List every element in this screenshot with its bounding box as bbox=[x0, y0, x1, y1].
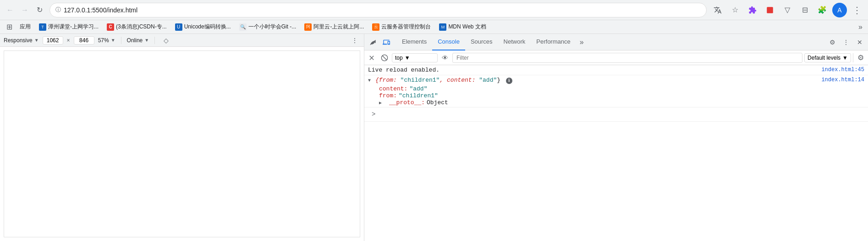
dimension-separator: × bbox=[67, 37, 70, 44]
bookmark-favicon: T bbox=[39, 23, 46, 31]
ban-icon-button[interactable] bbox=[379, 52, 390, 63]
more-bookmarks-button[interactable]: » bbox=[857, 22, 864, 32]
content-key: content: bbox=[379, 85, 407, 92]
webpage-frame bbox=[0, 47, 364, 241]
obj-info-icon[interactable]: ℹ bbox=[506, 78, 512, 84]
content-val: "add" bbox=[409, 85, 427, 92]
expand-arrow[interactable] bbox=[368, 77, 375, 84]
context-dropdown-arrow: ▼ bbox=[405, 55, 410, 61]
level-dropdown-arrow: ▼ bbox=[842, 55, 848, 61]
obj-content-line: content: "add" bbox=[379, 85, 868, 92]
bookmark-label: 一个小时学会Git -... bbox=[248, 23, 297, 31]
forward-button[interactable]: → bbox=[18, 4, 31, 17]
extension2-button[interactable] bbox=[763, 3, 777, 17]
device-dropdown-arrow: ▼ bbox=[34, 38, 39, 43]
toolbar-divider bbox=[853, 53, 853, 62]
bookmark-tanzhouketang[interactable]: T 潭州课堂-上网学习... bbox=[35, 22, 102, 32]
devtools-more-button[interactable]: ⋮ bbox=[840, 36, 852, 49]
network-dropdown-arrow: ▼ bbox=[144, 38, 149, 43]
back-button[interactable]: ← bbox=[4, 4, 16, 17]
context-selector[interactable]: top ▼ bbox=[392, 53, 438, 62]
bookmark-unicode[interactable]: U Unicode编码转换... bbox=[171, 22, 235, 32]
chrome-menu-button[interactable]: ⋮ bbox=[850, 3, 864, 17]
webpage-content bbox=[4, 50, 360, 237]
proto-expand-arrow[interactable] bbox=[379, 99, 386, 106]
obj-key-content: , content: bbox=[439, 77, 479, 84]
devtools-panel: Elements Console Sources Network Perform… bbox=[364, 34, 868, 241]
device-select[interactable]: Responsive ▼ bbox=[4, 37, 39, 44]
toolbar-more-button[interactable]: ⋮ bbox=[349, 35, 360, 46]
obj-file-link[interactable]: index.html:14 bbox=[821, 77, 864, 83]
device-label: Responsive bbox=[4, 37, 33, 44]
devtools-close-button[interactable]: ✕ bbox=[853, 36, 866, 49]
zoom-select[interactable]: 57% ▼ bbox=[98, 37, 115, 44]
object-expanded-properties: content: "add" from: "children1" __proto… bbox=[364, 85, 868, 107]
console-prompt-line: > bbox=[364, 107, 868, 122]
bookmarks-bar: ⊞ 应用 T 潭州课堂-上网学习... C (3条消息)CSDN-专... U … bbox=[0, 20, 868, 34]
object-root-line: {from: "children1", content: "add"} ℹ bbox=[368, 77, 818, 84]
devtools-settings-button[interactable]: ⚙ bbox=[826, 36, 839, 49]
profile-button[interactable]: A bbox=[832, 3, 847, 17]
translate-button[interactable] bbox=[710, 3, 725, 17]
inspect-element-button[interactable] bbox=[366, 36, 379, 49]
console-prompt-symbol[interactable]: > bbox=[368, 109, 379, 120]
bookmark-favicon: M bbox=[439, 23, 446, 31]
address-bar[interactable]: ⓘ 127.0.0.1:5500/index.html bbox=[49, 3, 707, 17]
obj-val-add-1: "add" bbox=[479, 77, 497, 84]
log-level-selector[interactable]: Default levels ▼ bbox=[804, 53, 851, 62]
from-key: from: bbox=[379, 92, 397, 99]
eye-button[interactable]: 👁 bbox=[439, 52, 450, 63]
bookmark-label: 潭州课堂-上网学习... bbox=[48, 23, 99, 31]
refresh-button[interactable]: ↻ bbox=[33, 4, 46, 17]
bookmark-git[interactable]: 🔍 一个小时学会Git -... bbox=[236, 22, 300, 32]
tab-elements[interactable]: Elements bbox=[396, 34, 432, 50]
console-line-live-reload: Live reload enabled. index.html:45 bbox=[364, 65, 868, 75]
bookmark-favicon: 阿 bbox=[304, 23, 312, 31]
tab-console[interactable]: Console bbox=[432, 34, 465, 50]
more-tabs-button[interactable]: » bbox=[576, 34, 588, 50]
obj-val-children1-1: "children1" bbox=[401, 77, 440, 84]
bookmark-favicon: 🔍 bbox=[239, 23, 247, 31]
zoom-label: 57% bbox=[98, 37, 109, 44]
cast-button[interactable]: ⊟ bbox=[797, 3, 812, 17]
level-label: Default levels bbox=[808, 55, 841, 61]
top-right-icons: ☆ ▽ ⊟ 🧩 A ⋮ bbox=[710, 3, 864, 17]
apps-icon[interactable]: ⊞ bbox=[4, 22, 15, 32]
bookmark-label: (3条消息)CSDN-专... bbox=[116, 23, 167, 31]
console-settings-button[interactable]: ⚙ bbox=[855, 52, 866, 63]
nav-buttons: ← → ↻ bbox=[4, 4, 46, 17]
clear-console-button[interactable] bbox=[366, 52, 377, 63]
puzzle-button[interactable]: 🧩 bbox=[815, 3, 830, 17]
tab-performance[interactable]: Performance bbox=[531, 34, 576, 50]
obj-proto-line: __proto__: Object bbox=[379, 99, 868, 106]
live-reload-message: Live reload enabled. bbox=[368, 67, 818, 73]
bookmark-aliyun[interactable]: 阿 阿里云-上云就上阿... bbox=[301, 22, 368, 32]
console-filter-input[interactable] bbox=[452, 53, 802, 63]
from-val: "children1" bbox=[399, 92, 438, 99]
tab-sources[interactable]: Sources bbox=[465, 34, 498, 50]
star-button[interactable]: ☆ bbox=[728, 3, 742, 17]
extension3-button[interactable]: ▽ bbox=[780, 3, 795, 17]
bookmark-cloud[interactable]: 云 云服务器管理控制台 bbox=[368, 22, 434, 32]
obj-key-from: {from: bbox=[375, 77, 401, 84]
sensor-button[interactable]: ◇ bbox=[160, 35, 171, 46]
live-reload-file-link[interactable]: index.html:45 bbox=[821, 67, 864, 73]
svg-line-2 bbox=[382, 56, 386, 60]
extension1-button[interactable] bbox=[745, 3, 760, 17]
device-toggle-button[interactable] bbox=[380, 36, 393, 49]
bookmark-favicon: U bbox=[175, 23, 182, 31]
bookmark-favicon: 云 bbox=[372, 23, 379, 31]
tab-network[interactable]: Network bbox=[498, 34, 531, 50]
width-input[interactable] bbox=[43, 36, 63, 45]
bookmark-mdn[interactable]: M MDN Web 文档 bbox=[435, 22, 489, 32]
toolbar-separator bbox=[121, 37, 121, 44]
bookmark-yingyong[interactable]: 应用 bbox=[16, 22, 34, 32]
devtools-toolbar: top ▼ 👁 Default levels ▼ ⚙ bbox=[364, 50, 868, 65]
bookmark-label: Unicode编码转换... bbox=[184, 23, 231, 31]
network-select[interactable]: Online ▼ bbox=[127, 37, 149, 44]
bookmark-csdn[interactable]: C (3条消息)CSDN-专... bbox=[103, 22, 170, 32]
svg-rect-0 bbox=[767, 7, 773, 13]
live-reload-text: Live reload enabled. bbox=[368, 67, 439, 73]
bookmark-label: MDN Web 文档 bbox=[448, 23, 486, 31]
height-input[interactable] bbox=[74, 36, 94, 45]
